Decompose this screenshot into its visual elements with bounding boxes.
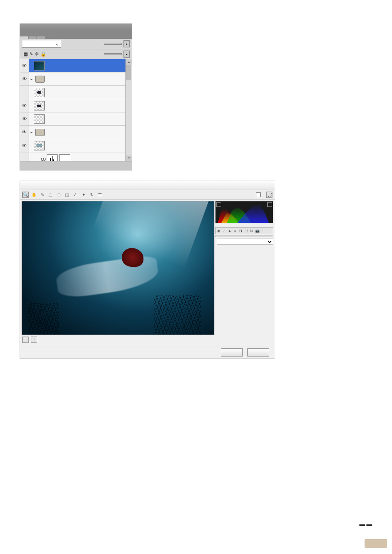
panel-tabs (20, 30, 132, 39)
layers-panel: ⌄ ▸ ▦ ✎ ✥ 🔒 ▸ ▴ ▾ 👁 (20, 24, 132, 170)
folder-icon (35, 76, 45, 83)
preview-checkbox[interactable] (256, 192, 261, 197)
visibility-icon[interactable]: 👁 (20, 99, 29, 112)
expand-icon[interactable]: ▸ (29, 130, 34, 134)
opacity-arrow[interactable]: ▸ (123, 40, 130, 47)
lock-all-icon[interactable]: 🔒 (40, 51, 46, 57)
tab-paths[interactable] (37, 36, 45, 39)
dropdown-icon: ⌄ (55, 41, 59, 47)
rgb-readout (215, 224, 273, 226)
fill-arrow[interactable]: ▸ (123, 51, 130, 58)
wb-select[interactable] (217, 239, 273, 245)
visibility-icon[interactable]: 👁 (20, 139, 29, 152)
scroll-up-icon[interactable]: ▴ (126, 59, 132, 65)
lock-fill-row: ▦ ✎ ✥ 🔒 ▸ (20, 49, 132, 59)
layer-row[interactable]: 👁 (20, 99, 126, 112)
histogram (215, 201, 273, 223)
layer-thumbnail (34, 114, 45, 124)
reset-button[interactable] (221, 348, 243, 357)
layer-thumbnail (34, 61, 45, 71)
panel-footer (20, 161, 132, 170)
straighten-icon[interactable]: ∠ (73, 192, 78, 197)
layer-row[interactable]: 👁 ▸ (20, 72, 126, 86)
panel-tab-icons: ◉ ⟋ ▲ ≡ ◨ ⬚ fx 📷 ⋮ (215, 227, 273, 234)
preset-tab-icon[interactable]: ⋮ (260, 228, 265, 233)
lens-tab-icon[interactable]: ⬚ (244, 228, 249, 233)
hand-tool-icon[interactable]: ✋ (31, 192, 37, 197)
visibility-icon[interactable]: 👁 (20, 126, 29, 139)
page-number: -- (358, 510, 372, 537)
mask-thumbnail (59, 154, 70, 161)
visibility-icon[interactable]: 👁 (20, 59, 29, 72)
lock-brush-icon[interactable]: ✎ (29, 51, 33, 57)
settings-pane: ◉ ⟋ ▲ ≡ ◨ ⬚ fx 📷 ⋮ (215, 201, 273, 344)
tab-layers[interactable] (20, 36, 28, 39)
prefs-icon[interactable]: ☰ (97, 192, 103, 197)
sampler-icon[interactable]: ◌ (48, 192, 53, 197)
lock-move-icon[interactable]: ✥ (35, 51, 39, 57)
layers-list: ▴ ▾ 👁 👁 ▸ 👁 (20, 59, 132, 161)
folder-icon (35, 129, 45, 136)
brush-icon[interactable]: ✦ (81, 192, 86, 197)
camera-raw-toolbar: 🔍 ✋ ✎ ◌ ⊕ ◫ ∠ ✦ ↻ ☰ ⛶ (20, 190, 275, 200)
layer-thumbnail (34, 141, 45, 150)
link-icon: ꝏ (41, 156, 46, 161)
opacity-value[interactable] (104, 43, 122, 45)
crop-icon[interactable]: ◫ (64, 192, 70, 197)
eyedropper-icon[interactable]: ✎ (40, 192, 45, 197)
visibility-icon[interactable]: 👁 (20, 72, 29, 85)
zoom-tool-icon[interactable]: 🔍 (22, 192, 29, 198)
layer-row[interactable]: 👁 (20, 59, 126, 72)
shadow-clip-icon[interactable] (216, 202, 221, 207)
layer-row[interactable]: 👁 (20, 86, 126, 99)
scrollbar[interactable]: ▴ ▾ (125, 59, 132, 161)
curve-tab-icon[interactable]: ⟋ (222, 228, 227, 233)
layer-row[interactable]: 👁 ▸ (20, 126, 126, 139)
scroll-thumb[interactable] (126, 65, 131, 80)
scroll-down-icon[interactable]: ▾ (126, 156, 132, 161)
adjustment-layer-row[interactable]: ꝏ (20, 152, 126, 161)
basic-tab-icon[interactable]: ◉ (216, 228, 221, 233)
preview-image (22, 201, 214, 335)
visibility-icon[interactable]: 👁 (20, 86, 29, 99)
zoom-bar: − + (22, 335, 214, 344)
camera-raw-dialog: 🔍 ✋ ✎ ◌ ⊕ ◫ ∠ ✦ ↻ ☰ ⛶ (20, 181, 275, 358)
preview-pane: − + (22, 201, 214, 344)
dialog-title (20, 181, 275, 190)
levels-icon (47, 154, 58, 161)
document-page: ⌄ ▸ ▦ ✎ ✥ 🔒 ▸ ▴ ▾ 👁 (0, 0, 392, 552)
hsl-tab-icon[interactable]: ≡ (233, 228, 238, 233)
corner-badge (365, 539, 387, 548)
panel-header (20, 24, 132, 30)
tab-channels[interactable] (29, 36, 36, 39)
highlight-clip-icon[interactable] (267, 202, 272, 207)
camera-tab-icon[interactable]: 📷 (255, 228, 260, 233)
dialog-footer (20, 346, 275, 358)
blend-mode-select[interactable]: ⌄ (22, 40, 61, 48)
header-watermark (383, 3, 385, 9)
zoom-in-button[interactable]: + (31, 337, 37, 343)
layer-thumbnail (34, 101, 45, 110)
layer-row[interactable]: 👁 (20, 112, 126, 126)
rotate-icon[interactable]: ↻ (89, 192, 94, 197)
fullscreen-icon[interactable]: ⛶ (266, 192, 272, 198)
target-icon[interactable]: ⊕ (56, 192, 62, 197)
white-balance-row (215, 238, 273, 245)
ok-button[interactable] (247, 348, 269, 357)
layer-thumbnail (34, 88, 45, 97)
expand-icon[interactable]: ▸ (29, 77, 34, 81)
detail-tab-icon[interactable]: ▲ (227, 228, 232, 233)
fill-value[interactable] (104, 53, 122, 55)
split-tab-icon[interactable]: ◨ (238, 228, 243, 233)
blend-opacity-row: ⌄ ▸ (20, 39, 132, 49)
lock-transparent-icon[interactable]: ▦ (24, 51, 28, 57)
fx-tab-icon[interactable]: fx (249, 228, 254, 233)
visibility-icon[interactable]: 👁 (20, 112, 29, 125)
zoom-out-button[interactable]: − (22, 337, 29, 343)
layer-row[interactable]: 👁 (20, 139, 126, 152)
section-title (215, 235, 273, 237)
